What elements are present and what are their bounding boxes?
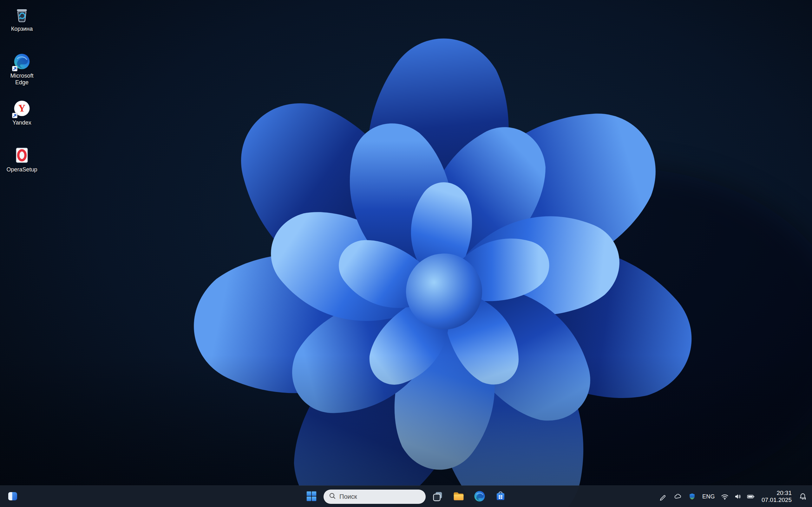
onedrive-cloud-icon: [673, 493, 681, 501]
task-view-button[interactable]: [429, 488, 447, 505]
pen-tray-button[interactable]: [657, 488, 669, 505]
language-indicator[interactable]: ENG: [701, 488, 716, 505]
pen-icon: [659, 493, 667, 501]
task-view-icon: [432, 490, 444, 503]
quick-settings[interactable]: [719, 488, 757, 505]
shortcut-arrow-icon: [12, 113, 17, 118]
desktop-icon-yandex[interactable]: Y Yandex: [3, 99, 41, 146]
wifi-icon: [721, 493, 729, 501]
security-shield-icon: [688, 493, 696, 500]
desktop-icon-microsoft-edge[interactable]: Microsoft Edge: [3, 52, 41, 99]
microsoft-store-button[interactable]: [492, 488, 509, 505]
recycle-bin-icon: [13, 6, 31, 23]
edge-browser-icon: [13, 53, 31, 70]
widgets-icon: [7, 491, 18, 503]
desktop-icon-column: Корзина Microsoft Edge Y: [3, 5, 41, 193]
clock-date: 07.01.2025: [762, 497, 792, 504]
desktop-icon-opera-setup[interactable]: OperaSetup: [3, 146, 41, 193]
search-icon: [329, 493, 336, 501]
edge-taskbar-button[interactable]: [471, 488, 489, 505]
start-icon: [305, 490, 317, 503]
desktop-icon-label: Microsoft Edge: [3, 72, 40, 86]
file-explorer-button[interactable]: [450, 488, 467, 505]
system-tray: ENG: [657, 486, 809, 507]
widgets-button[interactable]: [4, 488, 21, 505]
notification-center-button[interactable]: [797, 488, 809, 505]
start-button[interactable]: [303, 488, 320, 505]
onedrive-tray-button[interactable]: [671, 488, 683, 505]
shortcut-arrow-icon: [12, 66, 17, 71]
desktop-icon-recycle-bin[interactable]: Корзина: [3, 5, 41, 52]
desktop-wallpaper: [0, 0, 812, 507]
taskbar-search[interactable]: [323, 490, 426, 504]
search-input[interactable]: [339, 493, 415, 500]
language-label: ENG: [702, 493, 715, 500]
desktop-icon-label: OperaSetup: [6, 166, 37, 173]
taskbar: ENG: [0, 486, 812, 507]
desktop: Корзина Microsoft Edge Y: [0, 0, 812, 507]
yandex-browser-icon: Y: [13, 100, 31, 117]
microsoft-store-icon: [495, 490, 507, 503]
battery-icon: [747, 493, 755, 501]
edge-icon: [473, 490, 486, 503]
desktop-icon-label: Корзина: [11, 26, 33, 32]
security-tray-button[interactable]: [686, 488, 698, 505]
opera-setup-icon: [13, 147, 31, 164]
svg-text:Y: Y: [18, 103, 26, 114]
notification-bell-icon: [799, 493, 807, 501]
clock[interactable]: 20:31 07.01.2025: [759, 488, 794, 505]
clock-time: 20:31: [776, 490, 792, 497]
volume-icon: [734, 493, 742, 501]
file-explorer-icon: [452, 490, 465, 504]
taskbar-center: [303, 488, 509, 505]
